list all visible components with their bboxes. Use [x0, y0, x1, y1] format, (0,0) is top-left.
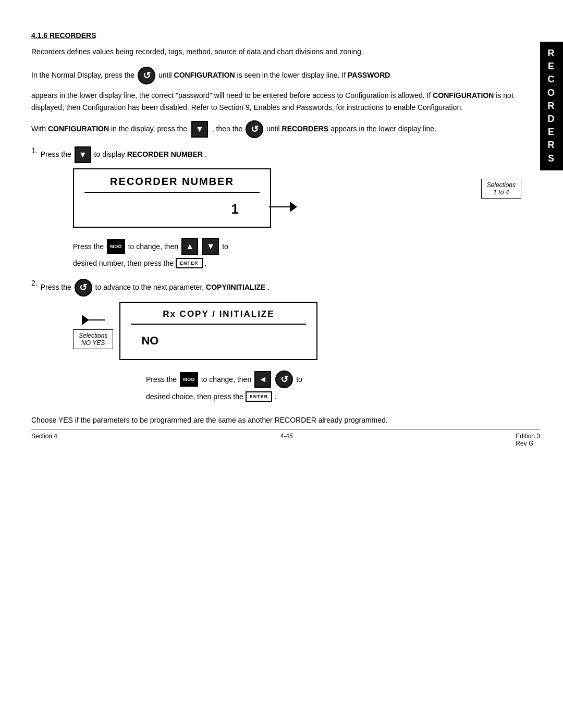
copy-init-title: Rx COPY / INITIALIZE [131, 309, 306, 325]
selections-range-1: 1 to 4 [487, 189, 516, 196]
desired-choice-text: desired choice, then press the [146, 392, 243, 401]
down-arrow-button-3[interactable]: ▼ [202, 238, 219, 255]
recorder-number-box-wrapper: RECORDER NUMBER 1 [73, 168, 271, 228]
step1-bold: RECORDER NUMBER [127, 150, 203, 158]
recorder-number-title: RECORDER NUMBER [84, 176, 260, 193]
step1-item: 1. Press the ▼ to display RECORDER NUMBE… [31, 146, 521, 163]
step1-text2: to display [94, 150, 125, 158]
rotate-button-2[interactable]: ↺ [246, 120, 263, 138]
para2: With CONFIGURATION in the display, press… [31, 120, 521, 138]
arrow-right-indicator [269, 202, 297, 212]
section-number: 4.1.6 [31, 31, 47, 40]
to-change-text-1: to change, then [128, 242, 179, 251]
step1-number: 1. [31, 146, 38, 155]
copy-init-box-area: Rx COPY / INITIALIZE NO [119, 302, 521, 360]
recorder-box-area: RECORDER NUMBER 1 [73, 168, 445, 228]
period-2: . [274, 392, 276, 401]
step2-item: 2. Press the ↺ to advance to the next pa… [31, 279, 521, 297]
side-tab-e1: E [548, 60, 555, 73]
copy-init-left: Selections NO YES [73, 315, 113, 349]
down-arrow-button-1[interactable]: ▼ [191, 121, 208, 138]
recorder-number-value: 1 [231, 201, 239, 217]
para2-text3: , then the [212, 125, 242, 133]
para1-bold2: PASSWORD [348, 71, 390, 79]
rotate-button-1[interactable]: ↺ [138, 67, 155, 84]
to-text-2: to [296, 375, 302, 384]
step2-bold: COPY/INITIALIZE [206, 283, 265, 291]
side-tab-e2: E [548, 126, 555, 139]
side-tab-r: R [548, 47, 556, 60]
para2-bold2: RECORDERS [282, 125, 328, 133]
period-1: . [205, 259, 207, 267]
description-text: Recorders defines values being recorded,… [31, 47, 363, 56]
para1-text4: appears in the lower display line, the c… [31, 91, 431, 100]
desired-number-text: desired number, then press the [73, 259, 174, 267]
section-title: RECORDERS [50, 31, 96, 40]
side-tab-c: C [548, 73, 556, 86]
up-arrow-button-1[interactable]: ▲ [181, 238, 198, 255]
left-arrow-button[interactable]: ◄ [254, 371, 271, 388]
mod-button-1[interactable]: MOD [107, 239, 125, 254]
mod-button-2[interactable]: MOD [180, 372, 198, 387]
footer-left: Section 4 [31, 433, 57, 447]
selections-label-1: Selections [487, 181, 516, 189]
step2-period: . [267, 283, 270, 291]
recorder-number-section: RECORDER NUMBER 1 Selections 1 to 4 [73, 168, 521, 228]
page-footer: Section 4 4-45 Edition 3 Rev G [31, 429, 540, 447]
to-text-1: to [222, 242, 228, 251]
para2-text4: until [266, 125, 280, 133]
copy-init-box: Rx COPY / INITIALIZE NO [119, 302, 317, 360]
description-para: Recorders defines values being recorded,… [31, 46, 521, 57]
final-para: Choose YES if the parameters to be progr… [31, 414, 521, 426]
para1-text3: is seen in the lower display line. If [237, 71, 346, 79]
para1-bold3: CONFIGURATION [433, 91, 494, 100]
para1-cont: appears in the lower display line, the c… [31, 90, 521, 113]
enter-button-1[interactable]: ENTER [176, 258, 203, 268]
step1-period: . [205, 150, 207, 158]
side-tab-r2: R [548, 100, 556, 113]
step2-text1: Press the [41, 283, 71, 291]
arrow-left-indicator [82, 315, 105, 325]
selections-box-2: Selections NO YES [73, 329, 113, 349]
down-arrow-button-2[interactable]: ▼ [75, 146, 91, 163]
para2-text5: appears in the lower display line. [331, 125, 436, 133]
para1-text2: until [158, 71, 172, 79]
selections-box-1: Selections 1 to 4 [481, 179, 521, 199]
step1-text1: Press the [41, 150, 71, 158]
para2-text1: With [31, 125, 46, 133]
desired-choice-row: desired choice, then press the ENTER . [146, 391, 521, 402]
step2-text2: to advance to the next parameter, [95, 283, 204, 291]
footer-right2: Rev G [516, 440, 533, 447]
side-tab-r3: R [548, 139, 556, 152]
para1: In the Normal Display, press the ↺ until… [31, 67, 521, 84]
step2-number: 2. [31, 279, 38, 287]
footer-center: 4-45 [280, 433, 293, 447]
section-heading: 4.1.6 RECORDERS [31, 31, 521, 40]
para1-bold1: CONFIGURATION [174, 71, 235, 79]
para1-text1: In the Normal Display, press the [31, 71, 134, 79]
footer-right: Edition 3 Rev G [516, 433, 540, 447]
final-para-text: Choose YES if the parameters to be progr… [31, 416, 388, 424]
desired-number-row: desired number, then press the ENTER . [73, 258, 521, 268]
press-mod-text-2: Press the [146, 375, 177, 384]
selections-range-2: NO YES [79, 339, 107, 347]
para2-text2: in the display, press the [111, 125, 187, 133]
mod-instruction-row-2: Press the MOD to change, then ◄ ↺ to [146, 371, 521, 388]
recorder-number-box: RECORDER NUMBER 1 [73, 168, 271, 228]
selections-label-2: Selections [79, 332, 107, 339]
side-tab-o: O [547, 87, 556, 100]
selections-annotation-1: Selections 1 to 4 [481, 179, 521, 199]
to-change-text-2: to change, then [201, 375, 252, 384]
rotate-button-4[interactable]: ↺ [275, 371, 293, 388]
side-tab-d: D [548, 113, 556, 126]
press-mod-text-1: Press the [73, 242, 104, 251]
para2-bold1: CONFIGURATION [48, 125, 109, 133]
copy-init-value: NO [141, 334, 158, 347]
side-tab-s: S [548, 152, 555, 165]
side-tab: R E C O R D E R S [540, 42, 563, 170]
mod-instruction-row-1: Press the MOD to change, then ▲ ▼ to [73, 238, 521, 255]
copy-init-section: Selections NO YES Rx COPY / INITIALIZE N… [73, 302, 521, 360]
rotate-button-3[interactable]: ↺ [75, 279, 92, 297]
enter-button-2[interactable]: ENTER [246, 391, 273, 402]
footer-right1: Edition 3 [516, 433, 540, 440]
